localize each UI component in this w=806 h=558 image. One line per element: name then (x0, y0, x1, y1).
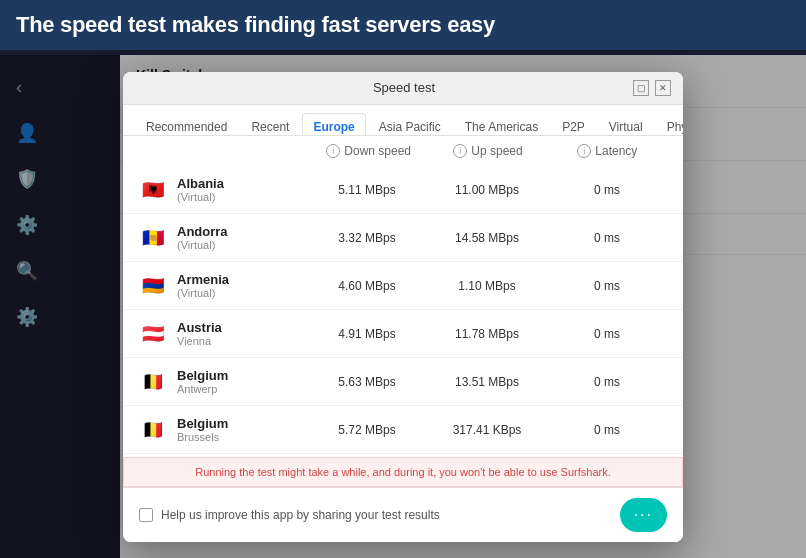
server-up-speed: 11.00 MBps (427, 183, 547, 197)
server-flag: 🇦🇹 (139, 324, 167, 344)
tabs-bar: Recommended Recent Europe Asia Pacific T… (123, 105, 683, 137)
warning-text: Running the test might take a while, and… (195, 466, 610, 478)
server-up-speed: 317.41 KBps (427, 423, 547, 437)
server-down-speed: 4.60 MBps (307, 279, 427, 293)
modal-header: Speed test ▢ ✕ (123, 72, 683, 105)
modal-footer: Help us improve this app by sharing your… (123, 487, 683, 542)
down-speed-info-icon[interactable]: i (326, 144, 340, 158)
server-info: Armenia (Virtual) (177, 272, 307, 299)
top-banner: The speed test makes finding fast server… (0, 0, 806, 50)
tab-recent[interactable]: Recent (240, 113, 300, 137)
server-up-speed: 1.10 MBps (427, 279, 547, 293)
server-row[interactable]: 🇧🇪 Belgium Brussels 5.72 MBps 317.41 KBp… (123, 406, 683, 454)
server-row[interactable]: 🇦🇹 Austria Vienna 4.91 MBps 11.78 MBps 0… (123, 310, 683, 358)
server-name: Armenia (177, 272, 307, 287)
server-latency: 0 ms (547, 375, 667, 389)
run-test-button[interactable]: ··· (620, 498, 667, 532)
up-speed-info-icon[interactable]: i (453, 144, 467, 158)
tab-recommended[interactable]: Recommended (135, 113, 238, 137)
tab-asia-pacific[interactable]: Asia Pacific (368, 113, 452, 137)
server-subtitle: (Virtual) (177, 287, 307, 299)
warning-bar: Running the test might take a while, and… (123, 457, 683, 487)
tab-physical[interactable]: Physical (656, 113, 683, 137)
server-latency: 0 ms (547, 183, 667, 197)
share-results-checkbox[interactable] (139, 508, 153, 522)
server-name: Belgium (177, 368, 307, 383)
modal-controls: ▢ ✕ (633, 80, 671, 96)
server-subtitle: Brussels (177, 431, 307, 443)
latency-info-icon[interactable]: i (577, 144, 591, 158)
server-row[interactable]: 🇦🇩 Andorra (Virtual) 3.32 MBps 14.58 MBp… (123, 214, 683, 262)
server-info: Belgium Brussels (177, 416, 307, 443)
server-latency: 0 ms (547, 327, 667, 341)
run-test-icon: ··· (634, 506, 653, 524)
server-list[interactable]: 🇦🇱 Albania (Virtual) 5.11 MBps 11.00 MBp… (123, 166, 683, 456)
speed-test-modal: Speed test ▢ ✕ Recommended Recent Europe… (123, 72, 683, 542)
country-col-header (139, 144, 309, 158)
column-headers: i Down speed i Up speed i Latency (123, 136, 683, 166)
server-down-speed: 4.91 MBps (307, 327, 427, 341)
server-name: Belgium (177, 416, 307, 431)
server-info: Belgium Antwerp (177, 368, 307, 395)
server-flag: 🇦🇲 (139, 276, 167, 296)
modal-close-button[interactable]: ✕ (655, 80, 671, 96)
server-down-speed: 5.63 MBps (307, 375, 427, 389)
server-down-speed: 5.11 MBps (307, 183, 427, 197)
tab-americas[interactable]: The Americas (454, 113, 549, 137)
server-subtitle: Vienna (177, 335, 307, 347)
tab-europe[interactable]: Europe (302, 113, 365, 137)
server-row[interactable]: 🇦🇲 Armenia (Virtual) 4.60 MBps 1.10 MBps… (123, 262, 683, 310)
down-speed-label: Down speed (344, 144, 411, 158)
server-down-speed: 3.32 MBps (307, 231, 427, 245)
server-up-speed: 13.51 MBps (427, 375, 547, 389)
down-speed-col-header: i Down speed (309, 144, 428, 158)
banner-text: The speed test makes finding fast server… (16, 12, 495, 37)
server-info: Albania (Virtual) (177, 176, 307, 203)
modal-minimize-button[interactable]: ▢ (633, 80, 649, 96)
server-latency: 0 ms (547, 231, 667, 245)
app-background: The speed test makes finding fast server… (0, 0, 806, 558)
server-info: Andorra (Virtual) (177, 224, 307, 251)
tab-virtual[interactable]: Virtual (598, 113, 654, 137)
server-latency: 0 ms (547, 423, 667, 437)
server-row[interactable]: 🇦🇱 Albania (Virtual) 5.11 MBps 11.00 MBp… (123, 166, 683, 214)
server-flag: 🇦🇩 (139, 228, 167, 248)
modal-title: Speed test (373, 80, 435, 95)
modal-overlay: Speed test ▢ ✕ Recommended Recent Europe… (0, 55, 806, 558)
share-results-checkbox-label[interactable]: Help us improve this app by sharing your… (139, 508, 440, 522)
server-name: Austria (177, 320, 307, 335)
share-results-label: Help us improve this app by sharing your… (161, 508, 440, 522)
tab-p2p[interactable]: P2P (551, 113, 596, 137)
server-name: Albania (177, 176, 307, 191)
server-flag: 🇧🇪 (139, 420, 167, 440)
server-info: Austria Vienna (177, 320, 307, 347)
server-subtitle: (Virtual) (177, 239, 307, 251)
server-up-speed: 11.78 MBps (427, 327, 547, 341)
latency-col-header: i Latency (548, 144, 667, 158)
server-row[interactable]: 🇧🇪 Belgium Antwerp 5.63 MBps 13.51 MBps … (123, 358, 683, 406)
up-speed-label: Up speed (471, 144, 522, 158)
up-speed-col-header: i Up speed (428, 144, 547, 158)
server-down-speed: 5.72 MBps (307, 423, 427, 437)
server-flag: 🇧🇪 (139, 372, 167, 392)
latency-label: Latency (595, 144, 637, 158)
server-name: Andorra (177, 224, 307, 239)
server-flag: 🇦🇱 (139, 180, 167, 200)
server-up-speed: 14.58 MBps (427, 231, 547, 245)
server-subtitle: (Virtual) (177, 191, 307, 203)
server-latency: 0 ms (547, 279, 667, 293)
server-subtitle: Antwerp (177, 383, 307, 395)
